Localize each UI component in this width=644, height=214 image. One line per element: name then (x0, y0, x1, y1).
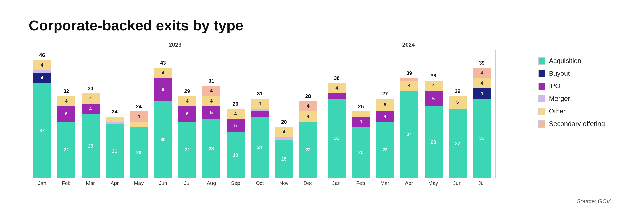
month-label-Mar: Mar (80, 180, 101, 186)
bar-stack-Feb: 322264 (57, 96, 75, 178)
segment-label: 22 (382, 147, 387, 153)
segment-ipo: 5 (227, 119, 245, 132)
legend-swatch (538, 57, 545, 65)
legend-item-buyout: Buyout (538, 69, 615, 77)
bar-col-Feb: 322264 (56, 50, 77, 178)
segment-acquisition: 22 (376, 122, 394, 178)
page-title: Corporate-backed exits by type (29, 17, 615, 34)
segment-label: 6 (65, 111, 67, 117)
bar-stack-Oct: 31244 (251, 99, 269, 178)
segment-ipo: 6 (57, 106, 75, 122)
bar-total-label: 27 (382, 91, 388, 97)
segment-secondary: 4 (299, 101, 317, 111)
bar-stack-Jan: 38314 (328, 83, 346, 178)
segment-other: 4 (299, 111, 317, 122)
segment-label: 4 (359, 119, 362, 124)
legend-item-acquisition: Acquisition (538, 57, 615, 65)
segment-other: 4 (473, 78, 491, 88)
bar-col-Dec: 282244 (297, 50, 319, 178)
bar-col-Jul: 292264 (177, 50, 198, 178)
month-label-Jun: Jun (152, 180, 174, 186)
segment-other: 4 (178, 96, 196, 106)
bar-stack-May: 24204 (130, 111, 148, 178)
bar-total-label: 24 (112, 109, 117, 115)
segment-label: 4 (89, 106, 92, 112)
month-labels: JanFebMarAprMayJunJulAugSepOctNovDecJanF… (29, 178, 523, 186)
segment-ipo: 5 (202, 106, 220, 119)
bar-col-Apr: 39344 (399, 50, 420, 178)
month-label-Apr: Apr (104, 180, 126, 186)
legend-label: Acquisition (549, 57, 581, 65)
bar-col-Jul: 3931444 (471, 50, 493, 178)
segment-label: 4 (335, 86, 338, 91)
bar-stack-Apr: 39344 (400, 78, 418, 178)
month-group-2023: JanFebMarAprMayJunJulAugSepOctNovDec (29, 178, 322, 186)
segment-ipo: 4 (352, 117, 370, 127)
bar-col-Jun: 32275 (447, 50, 469, 178)
month-label-Feb: Feb (56, 180, 77, 186)
month-label-Apr: Apr (398, 180, 420, 186)
segment-other: 4 (227, 109, 245, 119)
legend-swatch (538, 83, 545, 90)
segment-secondary: 4 (202, 86, 220, 96)
bar-col-May: 382864 (423, 50, 444, 178)
bar-total-label: 24 (136, 104, 142, 110)
bar-stack-Sep: 261854 (227, 109, 245, 178)
bar-stack-Jun: 433094 (154, 68, 172, 178)
segment-label: 24 (257, 145, 262, 150)
bar-total-label: 38 (334, 75, 339, 81)
segment-secondary: 4 (473, 68, 491, 78)
segment-label: 4 (408, 83, 410, 88)
segment-label: 25 (88, 144, 93, 149)
segment-label: 4 (162, 70, 164, 76)
segment-acquisition: 28 (425, 106, 443, 178)
segment-label: 4 (480, 70, 483, 76)
segment-merger (106, 122, 124, 124)
bar-total-label: 30 (87, 86, 93, 92)
bar-stack-Jul: 292264 (178, 96, 196, 178)
bar-stack-Jul: 3931444 (473, 68, 491, 178)
segment-other (352, 111, 370, 117)
bar-total-label: 20 (281, 119, 287, 125)
bar-total-label: 31 (208, 78, 214, 84)
segment-label: 5 (234, 123, 237, 128)
bar-col-Oct: 31244 (249, 50, 271, 178)
segment-other: 4 (425, 81, 443, 91)
year-labels: 20232024 (29, 41, 523, 48)
segment-acquisition: 34 (400, 91, 418, 178)
segment-acquisition: 20 (352, 127, 370, 178)
segment-label: 5 (384, 102, 386, 108)
month-label-May: May (422, 180, 444, 186)
month-label-Oct: Oct (249, 180, 271, 186)
month-label-Nov: Nov (273, 180, 295, 186)
month-group-2024: JanFebMarAprMayJunJul (322, 178, 495, 186)
segment-merger (275, 137, 293, 140)
bar-col-Nov: 20154 (273, 50, 295, 178)
segment-acquisition: 27 (449, 109, 467, 178)
segment-label: 9 (162, 87, 164, 92)
segment-acquisition: 25 (82, 114, 100, 178)
segment-other: 4 (154, 68, 172, 78)
segment-other: 5 (449, 96, 467, 109)
segment-label: 4 (432, 83, 435, 88)
month-label-May: May (128, 180, 150, 186)
legend-label: Merger (549, 95, 570, 103)
segment-label: 4 (89, 96, 92, 101)
segment-label: 22 (305, 147, 311, 153)
segment-buyout: 4 (33, 73, 51, 83)
segment-acquisition: 21 (106, 124, 124, 178)
segment-label: 4 (41, 75, 43, 81)
segment-other: 4 (251, 99, 269, 109)
legend-item-secondary-offering: Secondary offering (538, 120, 615, 128)
segment-label: 6 (432, 96, 435, 101)
segment-acquisition: 37 (33, 83, 51, 178)
segment-label: 4 (41, 63, 43, 68)
year-label-2024: 2024 (322, 41, 496, 48)
legend-swatch (538, 95, 545, 102)
segment-ipo: 4 (376, 111, 394, 122)
bars-section: 4637443222643025442421242044330942922643… (29, 50, 523, 178)
bar-total-label: 46 (39, 52, 45, 58)
bar-stack-Apr: 2421 (106, 117, 124, 178)
segment-label: 5 (456, 100, 459, 105)
segment-acquisition: 22 (178, 122, 196, 178)
